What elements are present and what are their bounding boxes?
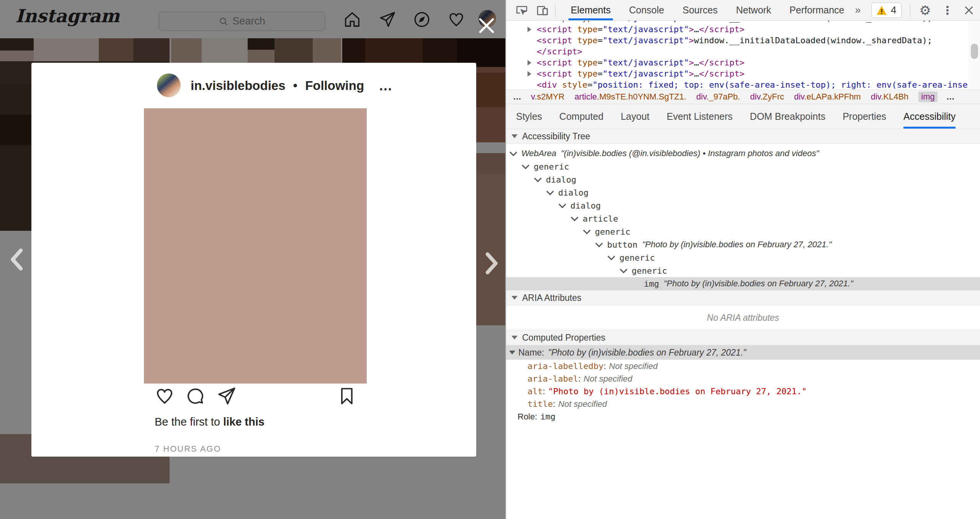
clipped-code-line: <script type="text/javascript">window.__… [506, 21, 980, 24]
issues-warning-badge[interactable]: 4 [871, 3, 901, 18]
accessibility-tree-section-header[interactable]: Accessibility Tree [506, 129, 980, 144]
dom-node-line[interactable]: <script type="text/javascript">…</script… [506, 68, 980, 79]
a11y-tree-node-article[interactable]: article [506, 212, 980, 225]
computed-name-row[interactable]: Name: "Photo by (in)visible.bodies on Fe… [506, 345, 980, 360]
share-icon[interactable] [217, 386, 237, 406]
computed-property-title[interactable]: title:Not specified [506, 398, 980, 410]
row-collapse-icon [509, 351, 515, 354]
breadcrumb-div[interactable]: div.eLAPa.kPFhm [794, 92, 861, 102]
dom-node-line[interactable]: <script type="text/javascript">window.__… [506, 21, 980, 23]
expand-arrow-icon[interactable] [528, 71, 531, 77]
a11y-tree-node-generic[interactable]: generic [506, 225, 980, 238]
tree-expand-chevron[interactable] [571, 214, 578, 221]
a11y-tree-node-dialog[interactable]: dialog [506, 186, 980, 199]
sidebar-tab-dom-breakpoints[interactable]: DOM Breakpoints [750, 104, 825, 129]
breadcrumb-v[interactable]: v.s2MYR [531, 92, 565, 102]
previous-post-chevron[interactable] [6, 246, 28, 273]
post-photo[interactable] [144, 108, 367, 384]
post-username-link[interactable]: in.visiblebodies [191, 78, 286, 93]
a11y-tree-node-generic[interactable]: generic [506, 251, 980, 264]
expand-arrow-icon[interactable] [528, 60, 531, 65]
sidebar-tabs: StylesComputedLayoutEvent ListenersDOM B… [506, 104, 980, 129]
tree-expand-chevron[interactable] [595, 240, 603, 247]
breadcrumb-article[interactable]: article.M9sTE.h0YNM.SgTZ1. [575, 92, 686, 102]
breadcrumb-div[interactable]: div._97aPb. [696, 92, 740, 102]
breadcrumb-overflow-left[interactable]: … [513, 92, 522, 102]
computed-property-aria-labelledby[interactable]: aria-labelledby:Not specified [506, 360, 980, 372]
post-modal: in.visiblebodies • Following … Be the fi… [31, 63, 476, 457]
a11y-tree-node-img[interactable]: img"Photo by (in)visible.bodies on Febru… [506, 277, 980, 290]
sidebar-tab-layout[interactable]: Layout [621, 104, 649, 129]
breadcrumb-div[interactable]: div.KL4Bh [871, 92, 909, 102]
a11y-tree-node-dialog[interactable]: dialog [506, 173, 980, 186]
tree-expand-chevron[interactable] [534, 175, 542, 182]
toolbar-separator [910, 4, 910, 17]
computed-property-alt[interactable]: alt:"Photo by (in)visible.bodies on Febr… [506, 385, 980, 398]
a11y-tree-node-webarea[interactable]: WebArea"(in)visible.bodies (@in.visibleb… [506, 147, 980, 160]
sidebar-tab-properties[interactable]: Properties [843, 104, 886, 129]
a11y-tree-node-generic[interactable]: generic [506, 160, 980, 173]
next-post-chevron[interactable] [480, 250, 502, 277]
tree-expand-chevron[interactable] [583, 227, 591, 234]
inspect-element-icon[interactable] [515, 4, 528, 17]
section-title: Computed Properties [522, 333, 605, 343]
like-this-link[interactable]: like this [223, 416, 265, 428]
settings-gear-icon[interactable]: ⚙ [920, 4, 931, 17]
post-author-avatar[interactable] [157, 73, 181, 97]
dom-node-line[interactable]: <script type="text/javascript">window.__… [506, 35, 980, 46]
bookmark-icon[interactable] [337, 386, 357, 406]
aria-attributes-section-header[interactable]: ARIA Attributes [506, 290, 980, 305]
sidebar-tab-accessibility[interactable]: Accessibility [903, 104, 956, 129]
section-collapse-icon [511, 336, 518, 339]
scrollbar-thumb[interactable] [971, 44, 978, 59]
elements-scrollbar[interactable] [969, 21, 980, 90]
breadcrumb-overflow-right[interactable]: … [946, 92, 956, 102]
like-icon[interactable] [155, 386, 175, 406]
dom-breadcrumbs: …v.s2MYRarticle.M9sTE.h0YNM.SgTZ1.div._9… [506, 90, 980, 104]
name-value: "Photo by (in)visible.bodies on February… [548, 348, 746, 358]
devtools-tab-network[interactable]: Network [736, 0, 771, 20]
computed-property-aria-label[interactable]: aria-label:Not specified [506, 372, 980, 385]
name-label: Name: [518, 348, 544, 358]
tree-expand-chevron[interactable] [608, 253, 615, 260]
more-options-button[interactable]: … [379, 78, 394, 94]
tree-expand-chevron[interactable] [546, 188, 554, 195]
tree-expand-chevron[interactable] [510, 149, 517, 156]
breadcrumb-div[interactable]: div.ZyFrc [750, 92, 784, 102]
devtools-tab-console[interactable]: Console [629, 0, 664, 20]
tree-expand-chevron[interactable] [522, 162, 529, 169]
comment-icon[interactable] [185, 386, 205, 406]
sidebar-tab-styles[interactable]: Styles [516, 104, 542, 129]
sidebar-tab-event-listeners[interactable]: Event Listeners [667, 104, 733, 129]
breadcrumb-img[interactable]: img [918, 91, 937, 102]
a11y-tree-node-dialog[interactable]: dialog [506, 199, 980, 212]
devtools-panel: ElementsConsoleSourcesNetworkPerformance… [505, 0, 980, 519]
devtools-tab-elements[interactable]: Elements [571, 0, 611, 20]
a11y-tree-node-button[interactable]: button"Photo by (in)visible.bodies on Fe… [506, 238, 980, 251]
dom-node-line[interactable]: <div style="position: fixed; top: env(sa… [506, 79, 980, 90]
section-title: Accessibility Tree [522, 131, 590, 142]
a11y-tree-node-generic[interactable]: generic [506, 264, 980, 277]
elements-dom-tree: <script type="text/javascript">window.__… [506, 21, 980, 90]
username-separator-dot: • [293, 78, 298, 93]
more-panels-chevrons[interactable]: » [855, 4, 861, 16]
tree-expand-chevron[interactable] [559, 201, 566, 208]
section-collapse-icon [511, 134, 518, 138]
devtools-tabs: ElementsConsoleSourcesNetworkPerformance [562, 0, 853, 20]
devtools-tab-sources[interactable]: Sources [683, 0, 718, 20]
expand-arrow-icon[interactable] [528, 27, 531, 32]
devtools-close-icon[interactable] [963, 5, 975, 16]
tree-expand-chevron[interactable] [620, 266, 627, 273]
sidebar-tab-computed[interactable]: Computed [559, 104, 603, 129]
devtools-tab-performance[interactable]: Performance [789, 0, 844, 20]
close-modal-icon[interactable] [477, 16, 496, 35]
computed-property-role[interactable]: Role:img [506, 410, 980, 423]
warning-count: 4 [891, 4, 896, 16]
dom-node-line[interactable]: <script type="text/javascript">…</script… [506, 24, 980, 35]
computed-properties-section-header[interactable]: Computed Properties [506, 330, 980, 345]
devtools-menu-dots-icon[interactable] [942, 5, 953, 16]
device-toolbar-icon[interactable] [536, 4, 549, 17]
dom-node-line[interactable]: </script> [506, 46, 980, 57]
dom-node-line[interactable]: <script type="text/javascript">…</script… [506, 57, 980, 68]
following-button[interactable]: Following [305, 78, 364, 93]
